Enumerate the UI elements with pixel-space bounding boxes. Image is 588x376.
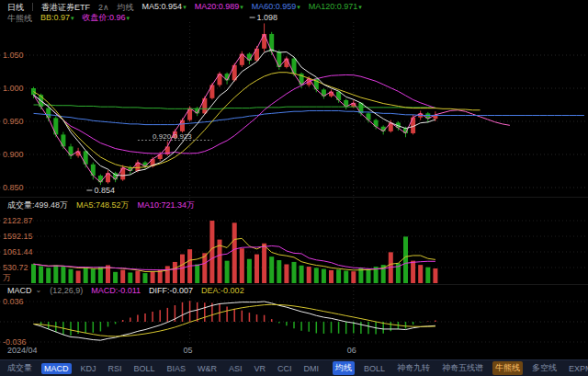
chart-layout-toggle[interactable]: 2∧ <box>98 3 109 12</box>
volume-bar <box>225 261 230 283</box>
volume-bar <box>336 269 341 283</box>
indicator-value: MA10:721.34万 <box>138 200 196 210</box>
macd-values: MACD:-0.011DIFF:-0.007DEA:-0.002 <box>91 286 243 295</box>
volume-bar <box>91 268 96 283</box>
indicator-value: MA5:748.52万 <box>76 200 130 210</box>
volume-bar <box>232 222 237 283</box>
volume-bar <box>69 269 74 283</box>
down-arrow-icon: ▾ <box>297 4 300 10</box>
header-divider <box>32 3 33 11</box>
volume-bar <box>425 268 430 283</box>
overlay-lines <box>34 34 584 182</box>
tab-MACD[interactable]: MACD <box>41 363 72 374</box>
tab-神奇九转[interactable]: 神奇九转 <box>394 361 433 375</box>
volume-bar <box>367 269 371 283</box>
volume-bar <box>314 268 319 283</box>
axis-label: 1592.15 <box>3 232 33 241</box>
ma20-line <box>34 74 435 154</box>
volume-bar <box>433 268 437 283</box>
tab-W&R[interactable]: W&R <box>195 363 220 374</box>
volume-bar <box>284 264 288 283</box>
volume-bar <box>240 248 244 283</box>
macd-params: (12,26,9) <box>50 286 83 295</box>
volume-bar <box>165 266 170 283</box>
volume-bar <box>31 264 36 283</box>
chart-canvas[interactable]: 1.0501.0000.9500.9000.8502122.871592.151… <box>0 0 588 376</box>
axis-label: 530.72 <box>3 263 28 272</box>
volume-bar <box>84 268 88 283</box>
volume-bar <box>403 236 408 283</box>
indicator-value: MA5:0.954▾ <box>142 2 187 12</box>
axis-label: 0.850 <box>3 183 24 192</box>
volume-bar <box>307 267 311 283</box>
annotation-high: 1.098 <box>257 13 278 22</box>
tab-BOLL[interactable]: BOLL <box>361 363 388 374</box>
volume-bar <box>53 265 58 283</box>
volume-bar <box>39 266 43 283</box>
down-arrow-icon: ▾ <box>358 4 362 10</box>
volume-bar <box>344 271 348 283</box>
volume-bar <box>411 261 415 283</box>
volume-header: 成交量:499.48万MA5:748.52万MA10:721.34万 <box>7 200 195 210</box>
tab-成交量[interactable]: 成交量 <box>5 361 35 375</box>
volume-bar <box>120 270 125 283</box>
stock-chart-app: 1.0501.0000.9500.9000.8502122.871592.151… <box>0 0 588 376</box>
ma-group-label: 均线 <box>118 3 134 12</box>
candlesticks <box>31 23 437 185</box>
indicator-value: 收盘价:0.96▾ <box>83 13 130 23</box>
tab-均线[interactable]: 均线 <box>333 361 355 375</box>
dropdown-caret-icon[interactable]: ⌄ <box>36 286 42 295</box>
indicator-value: MA60:0.959▾ <box>252 2 300 12</box>
tab-神奇五线谱[interactable]: 神奇五线谱 <box>439 361 486 375</box>
down-arrow-icon: ▾ <box>71 15 74 21</box>
tab-VR[interactable]: VR <box>252 363 269 374</box>
axis-label: 2024/04 <box>7 346 38 355</box>
bullbear-values: BB:0.97▾收盘价:0.96▾ <box>40 13 130 23</box>
axis-label: 06 <box>347 346 356 355</box>
volume-bar <box>322 269 326 283</box>
candle-body <box>46 108 51 119</box>
volume-bar <box>418 265 423 283</box>
volume-bar <box>61 267 65 283</box>
indicator-value: DEA:-0.002 <box>201 286 244 295</box>
volume-bar <box>143 273 148 283</box>
axis-label: 0.036 <box>3 297 24 306</box>
bullbear-header: 牛熊线 BB:0.97▾收盘价:0.96▾ <box>7 13 130 23</box>
volume-bar <box>76 271 81 283</box>
axis-label: 1061.44 <box>3 247 33 256</box>
macd-title[interactable]: MACD <box>7 286 32 295</box>
tab-多空线[interactable]: 多空线 <box>529 361 560 375</box>
tab-BOLL[interactable]: BOLL <box>131 363 158 374</box>
period-selector[interactable]: 日线 <box>7 3 24 12</box>
volume-bar <box>300 266 304 283</box>
sub-indicator-tabs: 成交量MACDKDJRSIBOLLBIASW&RASIVRCCIDMI <box>5 361 322 375</box>
axis-label: 2122.87 <box>3 216 33 225</box>
axis-label: 1.000 <box>3 84 24 93</box>
volume-bar <box>247 259 252 283</box>
axis-label: 1.050 <box>3 51 24 60</box>
tab-KDJ[interactable]: KDJ <box>78 363 99 374</box>
volume-bar <box>209 221 214 283</box>
tab-牛熊线[interactable]: 牛熊线 <box>492 361 523 375</box>
indicator-value: BB:0.97▾ <box>40 13 74 23</box>
annotations: 1.0980.8540.920-0.923 <box>86 13 277 195</box>
tab-RSI[interactable]: RSI <box>106 363 125 374</box>
axis-label: 0.900 <box>3 150 24 159</box>
tab-BIAS[interactable]: BIAS <box>164 363 189 374</box>
volume-values: 成交量:499.48万MA5:748.52万MA10:721.34万 <box>7 200 195 210</box>
tab-CCI[interactable]: CCI <box>275 363 295 374</box>
tab-EXPMA[interactable]: EXPMA <box>566 363 588 374</box>
indicator-tabbar: 成交量MACDKDJRSIBOLLBIASW&RASIVRCCIDMI 均线BO… <box>0 359 588 376</box>
indicator-value: DIFF:-0.007 <box>149 286 193 295</box>
volume-bar <box>173 262 177 283</box>
ma-values: MA5:0.954▾MA20:0.989▾MA60:0.959▾MA120:0.… <box>142 2 362 12</box>
volume-bar <box>128 272 132 283</box>
tab-ASI[interactable]: ASI <box>226 363 245 374</box>
symbol-name[interactable]: 香港证券ETF <box>41 3 90 12</box>
indicator-value: 成交量:499.48万 <box>7 200 68 210</box>
down-arrow-icon: ▾ <box>240 4 243 10</box>
indicator-value: MACD:-0.011 <box>91 286 141 295</box>
annotation-gap: 0.920-0.923 <box>153 132 192 141</box>
volume-bar <box>98 267 103 283</box>
tab-DMI[interactable]: DMI <box>301 363 322 374</box>
